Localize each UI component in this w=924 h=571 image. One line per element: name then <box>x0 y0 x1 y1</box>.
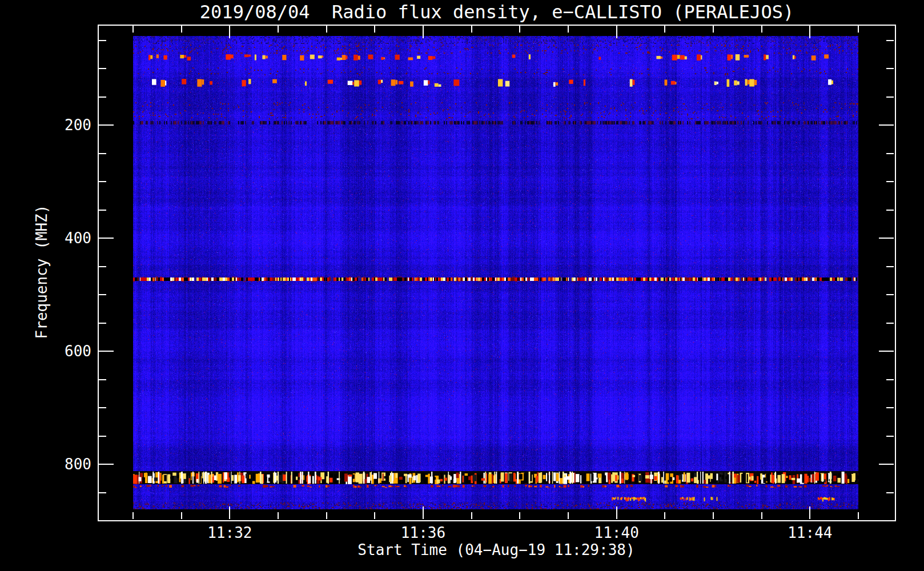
y-tick-label: 200 <box>65 116 91 134</box>
x-axis-tick-minor <box>713 26 714 33</box>
y-axis-tick-minor <box>886 181 894 182</box>
y-axis-tick-minor <box>99 492 106 493</box>
y-axis-tick-minor <box>99 210 106 211</box>
spectrogram-page: 2019/08/04 Radio flux density, e−CALLIST… <box>0 0 924 571</box>
x-axis-tick-major <box>229 506 230 519</box>
y-axis-tick-minor <box>99 323 106 324</box>
x-axis-tick-minor <box>664 26 665 33</box>
y-axis-tick-minor <box>886 266 894 267</box>
x-axis-tick-minor <box>761 512 762 519</box>
y-axis-tick-minor <box>886 379 894 380</box>
y-axis-tick-minor <box>886 407 894 408</box>
y-axis-tick-major <box>99 351 114 352</box>
y-axis-tick-major <box>99 238 114 239</box>
x-axis-tick-minor <box>374 26 375 33</box>
x-axis-tick-minor <box>858 26 859 33</box>
y-axis-tick-minor <box>99 407 106 408</box>
y-axis-tick-minor <box>99 379 106 380</box>
y-axis-tick-major <box>879 464 894 465</box>
x-tick-label: 11:36 <box>401 524 445 541</box>
y-axis-tick-major <box>879 238 894 239</box>
y-axis-tick-minor <box>99 294 106 295</box>
plot-frame <box>98 25 896 521</box>
x-axis-tick-minor <box>326 26 327 33</box>
y-axis-tick-minor <box>886 323 894 324</box>
x-tick-label: 11:44 <box>788 524 832 541</box>
x-axis-tick-minor <box>181 26 182 33</box>
y-axis-tick-minor <box>99 181 106 182</box>
y-axis-tick-minor <box>99 436 106 437</box>
y-axis-tick-major <box>879 351 894 352</box>
x-axis-tick-major <box>423 506 424 519</box>
x-axis-tick-minor <box>374 512 375 519</box>
x-axis-tick-minor <box>278 512 279 519</box>
y-axis-tick-minor <box>886 68 894 69</box>
y-axis-tick-minor <box>886 436 894 437</box>
x-axis-tick-minor <box>664 512 665 519</box>
y-axis-tick-minor <box>99 266 106 267</box>
y-axis-tick-minor <box>886 153 894 154</box>
y-axis-tick-major <box>879 124 894 126</box>
x-axis-tick-major <box>229 26 230 38</box>
x-axis-tick-minor <box>181 512 182 519</box>
y-axis-tick-minor <box>886 294 894 295</box>
x-axis-tick-minor <box>132 512 134 519</box>
x-axis-tick-major <box>809 26 810 38</box>
x-axis-tick-minor <box>568 26 569 33</box>
x-axis-tick-minor <box>278 26 279 33</box>
x-axis-tick-minor <box>568 512 569 519</box>
y-axis-tick-minor <box>886 210 894 211</box>
y-axis-tick-minor <box>886 40 894 41</box>
y-axis-tick-minor <box>99 96 106 98</box>
y-tick-label: 400 <box>65 230 91 247</box>
y-axis-tick-major <box>99 124 114 126</box>
x-tick-label: 11:40 <box>594 524 639 541</box>
x-axis-tick-minor <box>761 26 762 33</box>
y-axis-tick-minor <box>99 153 106 154</box>
y-tick-label: 600 <box>65 343 91 360</box>
x-axis-tick-major <box>616 26 617 38</box>
x-tick-label: 11:32 <box>207 524 252 541</box>
y-axis-tick-minor <box>886 492 894 493</box>
x-axis-title: Start Time (04−Aug−19 11:29:38) <box>357 541 634 558</box>
x-axis-tick-minor <box>519 26 520 33</box>
x-axis-tick-minor <box>471 512 472 519</box>
y-axis-tick-minor <box>99 40 106 41</box>
x-axis-tick-minor <box>471 26 472 33</box>
x-axis-tick-minor <box>326 512 327 519</box>
chart-title: 2019/08/04 Radio flux density, e−CALLIST… <box>200 1 794 23</box>
x-axis-tick-major <box>423 26 424 38</box>
x-axis-tick-minor <box>132 26 134 33</box>
y-tick-label: 800 <box>65 456 91 473</box>
x-axis-tick-major <box>616 506 617 519</box>
x-axis-tick-minor <box>519 512 520 519</box>
x-axis-tick-minor <box>858 512 859 519</box>
x-axis-tick-minor <box>713 512 714 519</box>
y-axis-title: Frequency (MHZ) <box>33 205 50 339</box>
y-axis-tick-minor <box>886 96 894 98</box>
x-axis-tick-major <box>809 506 810 519</box>
y-axis-tick-minor <box>99 68 106 69</box>
y-axis-tick-major <box>99 464 114 465</box>
